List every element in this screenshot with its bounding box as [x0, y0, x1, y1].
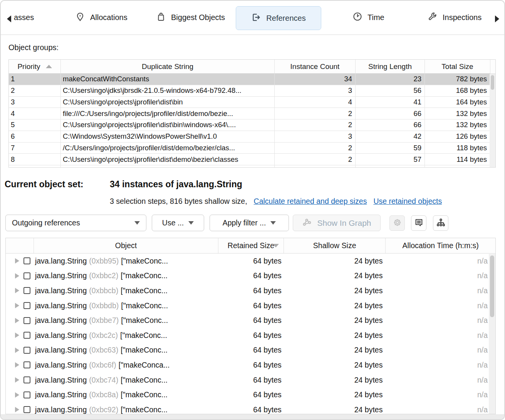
hierarchy-button[interactable]: [433, 215, 448, 231]
row-checkbox[interactable]: [23, 391, 30, 398]
table-row[interactable]: java.lang.String(0xbc8a)["makeConc... 64…: [6, 387, 495, 402]
table-row[interactable]: java.lang.String(0xbc92)["makeConc... 64…: [6, 402, 495, 414]
object-address: (0xbbcb): [89, 286, 118, 295]
table-row[interactable]: 1 makeConcatWithConstants 34 23 782 byte…: [9, 74, 495, 85]
calculate-retained-link[interactable]: Calculate retained and deep sizes: [254, 197, 367, 206]
object-class: java.lang.String: [35, 405, 87, 414]
expander-icon[interactable]: [15, 348, 19, 353]
row-checkbox[interactable]: [23, 361, 30, 368]
row-checkbox[interactable]: [23, 257, 30, 264]
table-row[interactable]: 6 C:\Windows\System32\WindowsPowerShell\…: [9, 131, 495, 143]
expander-icon[interactable]: [15, 288, 19, 293]
table-row[interactable]: java.lang.String(0xbc2c)["makeConc... 64…: [6, 328, 495, 343]
expander-icon[interactable]: [15, 333, 19, 338]
table-row[interactable]: java.lang.String(0xbb95)["makeConc... 64…: [6, 254, 495, 269]
object-groups-scrollbar[interactable]: [490, 74, 495, 167]
object-address: (0xbbdb): [89, 301, 119, 310]
apply-filter-button[interactable]: Apply filter ...: [210, 215, 289, 231]
table-row[interactable]: java.lang.String(0xbc6f)["makeConca... 6…: [6, 358, 495, 373]
table-row[interactable]: java.lang.String(0xbbdb)["makeConc... 64…: [6, 298, 495, 313]
cell-allocation-time: n/a: [386, 271, 495, 280]
scrollbar-thumb[interactable]: [490, 255, 494, 317]
horizontal-scrollbar-track[interactable]: [1, 414, 504, 420]
table-row[interactable]: 9 C:\Users\ingo\jdks\jbrsdk-21.0.5-windo…: [9, 165, 495, 168]
tab-references-label: References: [266, 14, 305, 23]
table-row[interactable]: 8 C:\Users\ingo\projects\jprofiler\dist\…: [9, 154, 495, 165]
expander-icon[interactable]: [15, 362, 19, 368]
profiler-window: asses Allocations Biggest Objects Refere…: [0, 0, 505, 420]
tab-time[interactable]: Time: [352, 1, 384, 34]
comment-button[interactable]: [411, 215, 426, 231]
table-row[interactable]: java.lang.String(0xbbc2)["makeConc... 64…: [6, 269, 495, 284]
row-checkbox[interactable]: [23, 376, 30, 383]
object-groups-header: Priority Duplicate String Instance Count…: [9, 60, 495, 74]
tab-classes-partial[interactable]: asses: [14, 1, 34, 34]
column-header-duplicate-string[interactable]: Duplicate String: [61, 60, 275, 74]
row-checkbox[interactable]: [23, 406, 30, 413]
row-gutter: [6, 361, 34, 368]
expander-icon[interactable]: [15, 407, 19, 412]
cell-object: java.lang.String(0xbc8a)["makeConc...: [34, 390, 218, 399]
tab-inspections[interactable]: Inspections: [428, 1, 482, 34]
reference-view-select[interactable]: Outgoing references: [5, 215, 146, 231]
column-header-retained-size[interactable]: Retained Size: [218, 238, 284, 253]
tab-references[interactable]: References: [236, 6, 321, 30]
table-row[interactable]: 3 C:\Users\ingo\projects\jprofiler\dist\…: [9, 97, 495, 108]
table-row[interactable]: 7 /C:/Users/ingo/projects/jprofiler/dist…: [9, 143, 495, 154]
column-header-priority[interactable]: Priority: [9, 60, 61, 74]
chevron-right-icon[interactable]: [495, 15, 499, 22]
show-in-graph-button[interactable]: Show In Graph: [293, 215, 381, 231]
column-header-gutter[interactable]: [6, 238, 34, 253]
current-object-set-details: 3 selection steps, 816 bytes shallow siz…: [110, 197, 442, 206]
table-row[interactable]: 4 file:///C:/Users/ingo/projects/jprofil…: [9, 108, 495, 119]
cell-shallow-size: 24 bytes: [284, 390, 386, 399]
cell-total-size: 132 bytes: [425, 108, 490, 119]
scrollbar-thumb[interactable]: [491, 75, 494, 90]
object-class: java.lang.String: [35, 376, 87, 384]
table-row[interactable]: java.lang.String(0xbc63)["makeConc... 64…: [6, 343, 495, 358]
row-checkbox[interactable]: [23, 272, 30, 279]
row-checkbox[interactable]: [23, 302, 30, 309]
graph-icon: [302, 217, 312, 229]
table-row[interactable]: java.lang.String(0xbc74)["makeConc... 64…: [6, 373, 495, 388]
expander-icon[interactable]: [15, 392, 19, 398]
cell-instance-count: 2: [275, 119, 356, 131]
cell-retained-size: 64 bytes: [218, 390, 284, 399]
expander-icon[interactable]: [15, 303, 19, 308]
cell-priority: 2: [9, 85, 61, 97]
column-header-object[interactable]: Object: [34, 238, 218, 253]
row-checkbox[interactable]: [23, 317, 30, 324]
chevron-left-icon[interactable]: [7, 15, 11, 22]
table-row[interactable]: 5 C:\Users\ingo\projects\jprofiler\dist\…: [9, 119, 495, 131]
tab-biggest-objects-label: Biggest Objects: [171, 13, 225, 22]
row-checkbox[interactable]: [23, 347, 30, 354]
row-checkbox[interactable]: [23, 287, 30, 294]
cell-shallow-size: 24 bytes: [284, 257, 386, 265]
object-address: (0xbc8a): [89, 390, 118, 399]
column-header-total-size[interactable]: Total Size: [425, 60, 490, 74]
references-toolbar: Outgoing references Use ... Apply filter…: [1, 215, 504, 232]
column-header-shallow-size[interactable]: Shallow Size: [284, 238, 386, 253]
column-header-string-length[interactable]: String Length: [356, 60, 425, 74]
cell-object: java.lang.String(0xbc6f)["makeConca...: [34, 361, 218, 370]
tab-biggest-objects[interactable]: Biggest Objects: [156, 1, 225, 34]
table-row[interactable]: java.lang.String(0xbbcb)["makeConc... 64…: [6, 283, 495, 298]
expander-icon[interactable]: [15, 318, 19, 323]
object-groups-body: 1 makeConcatWithConstants 34 23 782 byte…: [9, 74, 495, 168]
references-scrollbar[interactable]: [489, 254, 495, 414]
column-header-allocation-time[interactable]: Allocation Time (h:m:s): [386, 238, 495, 253]
use-button[interactable]: Use ...: [152, 215, 204, 231]
expander-icon[interactable]: [15, 258, 19, 264]
chevron-down-icon: [188, 221, 194, 225]
settings-button[interactable]: [389, 215, 405, 231]
cell-instance-count: 2: [275, 165, 356, 168]
expander-icon[interactable]: [15, 273, 19, 279]
row-checkbox[interactable]: [23, 332, 30, 339]
table-row[interactable]: java.lang.String(0xbbe7)["makeConc... 64…: [6, 313, 495, 328]
use-retained-objects-link[interactable]: Use retained objects: [373, 197, 442, 206]
cell-instance-count: 2: [275, 108, 356, 119]
tab-allocations[interactable]: Allocations: [75, 1, 128, 34]
table-row[interactable]: 2 C:\Users\ingo\jdks\jbrsdk-21.0.5-windo…: [9, 85, 495, 97]
expander-icon[interactable]: [15, 377, 19, 383]
column-header-instance-count[interactable]: Instance Count: [275, 60, 356, 74]
